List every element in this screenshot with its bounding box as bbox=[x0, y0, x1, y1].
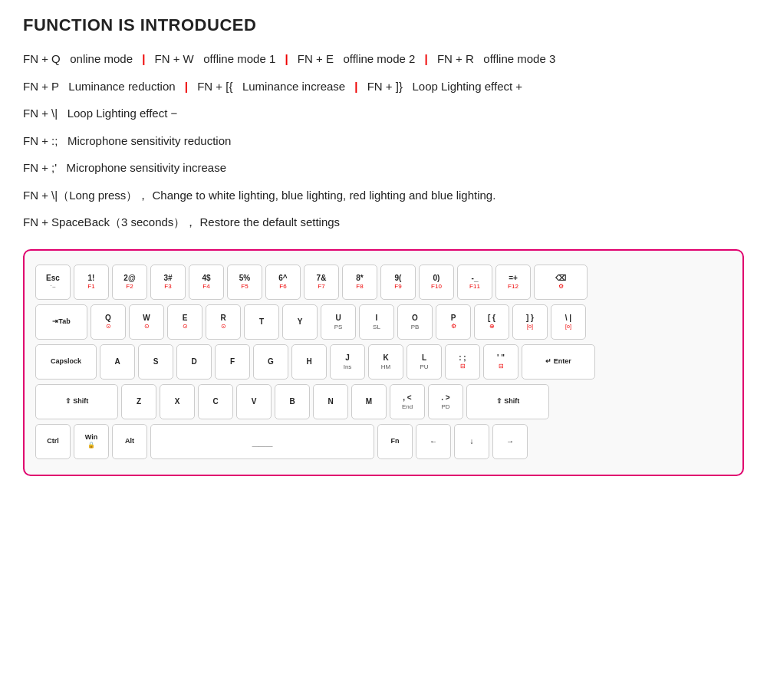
key-b[interactable]: B bbox=[275, 384, 310, 419]
key-1[interactable]: 1! F1 bbox=[74, 265, 109, 300]
key-semicolon[interactable]: : ; ⊟ bbox=[445, 344, 480, 380]
key-l[interactable]: L PU bbox=[407, 344, 442, 380]
key-backslash[interactable]: \ | [o] bbox=[551, 304, 586, 340]
keyboard-row-2: ⇥Tab Q ⊙ W ⊙ E ⊙ R ⊙ T Y U PS I SL bbox=[35, 304, 732, 340]
key-period[interactable]: . > PD bbox=[428, 384, 463, 419]
key-backspace[interactable]: ⌫ ⚙ bbox=[534, 265, 588, 300]
key-n[interactable]: N bbox=[313, 384, 348, 419]
key-7[interactable]: 7& F7 bbox=[304, 265, 339, 300]
key-x[interactable]: X bbox=[160, 384, 195, 419]
key-6[interactable]: 6^ F6 bbox=[265, 265, 301, 300]
key-a[interactable]: A bbox=[100, 344, 135, 380]
fn-line-6: FN + \|（Long press）， Change to white lig… bbox=[23, 186, 744, 205]
sep2: | bbox=[285, 52, 288, 65]
key-y[interactable]: Y bbox=[282, 304, 318, 340]
key-v[interactable]: V bbox=[236, 384, 272, 419]
key-minus[interactable]: -_ F11 bbox=[457, 265, 492, 300]
key-e[interactable]: E ⊙ bbox=[167, 304, 202, 340]
key-0[interactable]: 0) F10 bbox=[419, 265, 454, 300]
key-z[interactable]: Z bbox=[121, 384, 156, 419]
key-equals[interactable]: =+ F12 bbox=[495, 265, 531, 300]
key-f[interactable]: F bbox=[215, 344, 250, 380]
key-o[interactable]: O PB bbox=[397, 304, 433, 340]
key-m[interactable]: M bbox=[351, 384, 387, 419]
keyboard-row-3: Capslock A S D F G H J Ins K HM L PU bbox=[35, 344, 732, 380]
key-2[interactable]: 2@ F2 bbox=[112, 265, 147, 300]
key-lbracket[interactable]: [ { ⊕ bbox=[474, 304, 509, 340]
key-4[interactable]: 4$ F4 bbox=[189, 265, 224, 300]
key-left[interactable]: ← bbox=[416, 424, 451, 459]
key-i[interactable]: I SL bbox=[359, 304, 394, 340]
fn-spaceback: FN + SpaceBack（3 seconds）， Restore the d… bbox=[23, 215, 340, 228]
key-lshift[interactable]: ⇧ Shift bbox=[35, 384, 118, 419]
keyboard-row-1: Esc `~ 1! F1 2@ F2 3# F3 4$ F4 5% F5 6^ … bbox=[35, 265, 732, 300]
fn-q: FN + Q online mode bbox=[23, 52, 133, 65]
keyboard-row-5: Ctrl Win 🔒 Alt ___ Fn ← ↓ → bbox=[35, 424, 732, 459]
fn-line-1: FN + Q online mode | FN + W offline mode… bbox=[23, 49, 744, 69]
key-w[interactable]: W ⊙ bbox=[129, 304, 164, 340]
fn-line-5: FN + ;' Microphone sensitivity increase bbox=[23, 158, 744, 178]
key-g[interactable]: G bbox=[253, 344, 288, 380]
key-p[interactable]: P ⚙ bbox=[436, 304, 471, 340]
fn-w: FN + W offline mode 1 bbox=[155, 52, 276, 65]
key-win[interactable]: Win 🔒 bbox=[74, 424, 109, 459]
key-q[interactable]: Q ⊙ bbox=[91, 304, 126, 340]
key-5[interactable]: 5% F5 bbox=[227, 265, 262, 300]
key-c[interactable]: C bbox=[198, 384, 233, 419]
sep3: | bbox=[425, 52, 428, 65]
key-h[interactable]: H bbox=[291, 344, 327, 380]
key-enter[interactable]: ↵ Enter bbox=[522, 344, 595, 380]
fn-rb: FN + ]} Loop Lighting effect + bbox=[367, 80, 522, 93]
key-down[interactable]: ↓ bbox=[454, 424, 489, 459]
fn-backslash-loop: FN + \| Loop Lighting effect − bbox=[23, 107, 177, 120]
fn-r: FN + R offline mode 3 bbox=[437, 52, 555, 65]
key-quote[interactable]: ' " ⊟ bbox=[483, 344, 518, 380]
fn-lines: FN + Q online mode | FN + W offline mode… bbox=[23, 49, 744, 232]
fn-colon-mic-reduce: FN + :; Microphone sensitivity reduction bbox=[23, 134, 231, 147]
key-t[interactable]: T bbox=[244, 304, 279, 340]
fn-backslash-longpress: FN + \|（Long press）， Change to white lig… bbox=[23, 189, 495, 202]
key-capslock[interactable]: Capslock bbox=[35, 344, 97, 380]
key-u[interactable]: U PS bbox=[321, 304, 356, 340]
fn-e: FN + E offline mode 2 bbox=[298, 52, 416, 65]
fn-line-2: FN + P Luminance reduction | FN + [{ Lum… bbox=[23, 77, 744, 97]
fn-lb: FN + [{ Luminance increase bbox=[197, 80, 345, 93]
key-tab[interactable]: ⇥Tab bbox=[35, 304, 87, 340]
keyboard-row-4: ⇧ Shift Z X C V B N M , < End . > PD bbox=[35, 384, 732, 419]
key-9[interactable]: 9( F9 bbox=[380, 265, 416, 300]
key-esc[interactable]: Esc `~ bbox=[35, 265, 71, 300]
key-3[interactable]: 3# F3 bbox=[150, 265, 186, 300]
fn-line-7: FN + SpaceBack（3 seconds）， Restore the d… bbox=[23, 212, 744, 232]
keyboard: Esc `~ 1! F1 2@ F2 3# F3 4$ F4 5% F5 6^ … bbox=[23, 249, 744, 476]
page-title: FUNCTION IS INTRODUCED bbox=[23, 15, 744, 35]
sep5: | bbox=[354, 80, 357, 93]
key-ctrl[interactable]: Ctrl bbox=[35, 424, 71, 459]
key-s[interactable]: S bbox=[138, 344, 173, 380]
key-comma[interactable]: , < End bbox=[390, 384, 425, 419]
key-j[interactable]: J Ins bbox=[330, 344, 365, 380]
key-k[interactable]: K HM bbox=[368, 344, 403, 380]
fn-p: FN + P Luminance reduction bbox=[23, 80, 176, 93]
sep1: | bbox=[142, 52, 145, 65]
key-r[interactable]: R ⊙ bbox=[206, 304, 241, 340]
key-right[interactable]: → bbox=[492, 424, 528, 459]
fn-line-4: FN + :; Microphone sensitivity reduction bbox=[23, 131, 744, 151]
key-8[interactable]: 8* F8 bbox=[342, 265, 377, 300]
fn-line-3: FN + \| Loop Lighting effect − bbox=[23, 104, 744, 123]
key-rshift[interactable]: ⇧ Shift bbox=[466, 384, 549, 419]
fn-semicolon-mic-increase: FN + ;' Microphone sensitivity increase bbox=[23, 161, 226, 174]
sep4: | bbox=[185, 80, 188, 93]
key-fn[interactable]: Fn bbox=[377, 424, 413, 459]
key-alt[interactable]: Alt bbox=[112, 424, 147, 459]
key-rbracket[interactable]: ] } [o] bbox=[512, 304, 548, 340]
key-space[interactable]: ___ bbox=[150, 424, 374, 459]
key-d[interactable]: D bbox=[176, 344, 212, 380]
